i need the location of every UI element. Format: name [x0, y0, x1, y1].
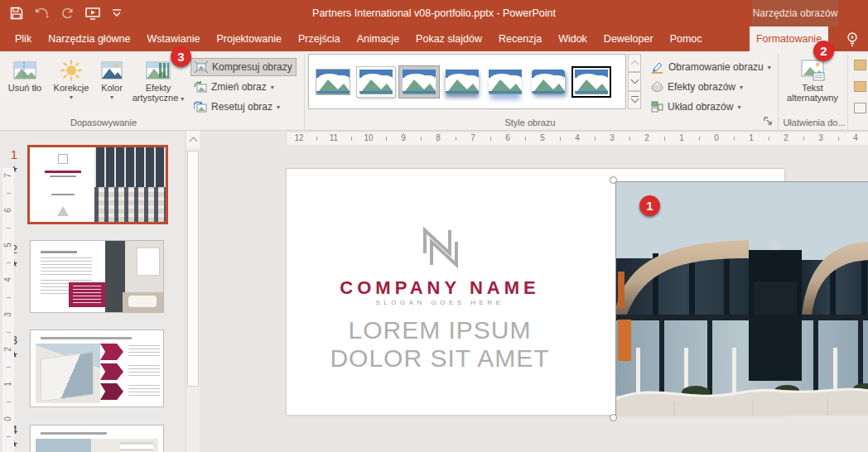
ruler-tick	[7, 262, 11, 263]
slide-2-thumbnail[interactable]	[30, 240, 164, 313]
scrollbar-up-arrow[interactable]	[186, 131, 200, 147]
thumb-title-line	[41, 432, 107, 435]
company-name-text[interactable]: COMPANY NAME	[287, 277, 593, 299]
thumb-building-shape	[41, 352, 94, 402]
thumb-logo-mark	[58, 154, 68, 164]
picture-styles-gallery	[308, 54, 626, 109]
color-caret-icon: ▾	[110, 93, 113, 103]
scrollbar-thumb[interactable]	[187, 151, 199, 387]
picture-style-white-frame[interactable]	[358, 66, 394, 98]
thumb-paragraph	[128, 385, 160, 397]
gallery-more-button[interactable]	[628, 91, 641, 109]
headline-line-2[interactable]: DOLOR SIT AMET	[287, 344, 593, 373]
slide-3-thumbnail[interactable]	[30, 329, 164, 407]
redo-icon[interactable]	[61, 7, 74, 19]
tab-pokaz-slajdow[interactable]: Pokaz slajdów	[407, 26, 490, 51]
tab-projektowanie[interactable]: Projektowanie	[208, 26, 290, 51]
tab-pomoc[interactable]: Pomoc	[662, 26, 711, 51]
thumb-photo-shelves	[120, 442, 153, 452]
alt-text-button[interactable]: Tekst alternatywny	[784, 55, 841, 114]
ruler-tick	[7, 332, 11, 333]
compress-pictures-label: Kompresuj obrazy	[212, 61, 292, 73]
thumb-building-bottom	[94, 187, 166, 222]
thumb-chevron-3	[100, 383, 123, 400]
corrections-button[interactable]: Korekcje ▾	[50, 55, 93, 114]
tab-deweloper[interactable]: Deweloper	[596, 26, 662, 51]
corrections-sun-icon	[60, 58, 82, 83]
group-label-picture-styles: Style obrazu	[464, 118, 596, 127]
picture-layout-button[interactable]: Układ obrazów ▾	[648, 98, 744, 116]
picture-style-simple-frame[interactable]	[315, 66, 351, 98]
ribbon-tabs: Plik Narzędzia główne Wstawianie Projekt…	[7, 26, 711, 51]
metal-frame	[399, 66, 439, 98]
slide-1-thumbnail[interactable]	[27, 145, 168, 224]
thumb-paragraph	[128, 365, 160, 377]
gallery-scroll-controls	[628, 54, 641, 109]
slide-1-number: 1	[6, 147, 22, 161]
remove-background-button[interactable]: Usuń tło	[5, 55, 45, 114]
tell-me-lightbulb-icon[interactable]	[841, 29, 863, 50]
gallery-scroll-up-button[interactable]	[628, 54, 641, 72]
picture-style-black-frame[interactable]	[573, 66, 610, 98]
picture-border-button[interactable]: Obramowanie obrazu ▾	[648, 58, 774, 76]
picture-style-shadow[interactable]	[444, 66, 480, 98]
reset-picture-button[interactable]: Resetuj obraz ▾	[190, 98, 283, 116]
ruler-tick	[7, 367, 11, 368]
alt-text-icon	[800, 58, 825, 83]
bring-forward-icon[interactable]	[854, 60, 866, 70]
tab-wstawianie[interactable]: Wstawianie	[139, 26, 209, 51]
corrections-label: Korekcje	[54, 83, 89, 93]
artistic-effects-caret-icon: ▾	[181, 95, 184, 103]
picture-effects-button[interactable]: Efekty obrazów ▾	[648, 78, 746, 96]
picture-style-metal-frame[interactable]	[401, 66, 437, 98]
group-label-accessibility: Ułatwienia do...	[780, 118, 848, 127]
customize-qat-icon[interactable]	[112, 9, 122, 17]
compress-pictures-icon	[195, 61, 208, 73]
gallery-scroll-down-button[interactable]	[628, 72, 641, 90]
picture-style-soft-edge[interactable]	[530, 66, 567, 98]
slide-editing-surface[interactable]: COMPANY NAME SLOGAN GOES HERE LOREM IPSU…	[286, 168, 784, 415]
thumbnail-panel-scrollbar[interactable]	[186, 131, 200, 452]
tab-narzedzia-glowne[interactable]: Narzędzia główne	[40, 26, 138, 51]
picture-resize-handle-top-left[interactable]	[610, 176, 617, 184]
slide-4-thumbnail[interactable]	[30, 425, 164, 452]
color-label: Kolor	[101, 83, 123, 93]
change-picture-icon	[194, 81, 207, 93]
vertical-ruler[interactable]: 76543210	[2, 168, 14, 452]
thumb-photo	[105, 241, 163, 312]
slide-canvas-area: COMPANY NAME SLOGAN GOES HERE LOREM IPSU…	[202, 131, 868, 452]
start-slideshow-icon[interactable]	[85, 7, 100, 20]
black-frame	[571, 66, 611, 98]
ribbon: Usuń tło Korekcje ▾	[0, 51, 868, 131]
tab-animacje[interactable]: Animacje	[349, 26, 407, 51]
tab-recenzja[interactable]: Recenzja	[490, 26, 550, 51]
callout-badge-2: 2	[813, 41, 834, 61]
picture-style-reflection[interactable]	[487, 66, 523, 98]
tab-przejscia[interactable]: Przejścia	[290, 26, 349, 51]
ruler-number: 0	[3, 414, 13, 424]
save-icon[interactable]	[10, 7, 23, 20]
picture-resize-handle-mid-left[interactable]	[610, 414, 617, 421]
thumb-photo-window	[137, 248, 160, 276]
undo-icon[interactable]	[35, 7, 50, 19]
ruler-number: 1	[3, 379, 13, 389]
selection-pane-icon[interactable]	[854, 103, 866, 113]
document-title: Partners International v08-portfolio.ppt…	[0, 0, 868, 26]
tab-widok[interactable]: Widok	[550, 26, 596, 51]
contextual-tab-group-header: Narzędzia obrazów	[752, 0, 838, 26]
thumb-paragraph	[41, 257, 92, 276]
thumb-chevron-1	[100, 344, 123, 360]
selected-building-picture[interactable]	[615, 181, 868, 416]
compress-pictures-button[interactable]: Kompresuj obrazy	[190, 58, 297, 76]
change-picture-button[interactable]: Zmień obraz ▾	[190, 78, 277, 96]
headline-line-1[interactable]: LOREM IPSUM	[287, 316, 593, 344]
tab-plik[interactable]: Plik	[7, 26, 40, 51]
company-logo[interactable]	[413, 224, 466, 272]
dialog-launcher-icon[interactable]	[763, 116, 774, 127]
color-button[interactable]: Kolor ▾	[94, 55, 129, 114]
picture-effects-label: Efekty obrazów	[668, 81, 735, 93]
thumb-title-line	[41, 337, 132, 339]
slogan-text[interactable]: SLOGAN GOES HERE	[287, 299, 593, 306]
send-backward-icon[interactable]	[854, 81, 866, 92]
ruler-number: 4	[3, 275, 13, 285]
